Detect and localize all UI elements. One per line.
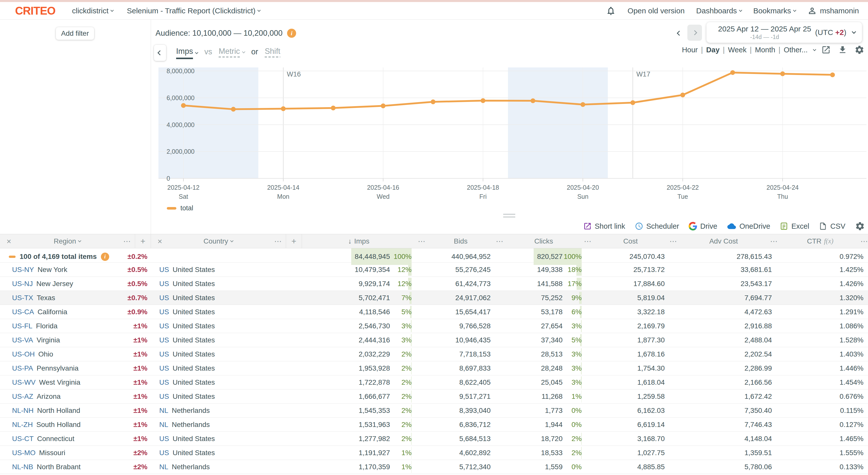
open-in-new-icon[interactable] (821, 45, 831, 55)
region-column-sort[interactable]: Region (11, 237, 123, 245)
export-csv-button[interactable]: CSV (819, 222, 845, 230)
notifications-bell-icon[interactable] (606, 6, 616, 16)
shift-selector[interactable]: Shift (265, 47, 280, 58)
country-code-link[interactable]: US (159, 392, 169, 401)
legend-item-total[interactable]: total (167, 204, 193, 212)
dashboards-menu[interactable]: Dashboards (696, 6, 742, 15)
collapse-chart-button[interactable] (154, 45, 166, 61)
region-column-menu-icon[interactable]: ⋯ (123, 237, 131, 246)
country-code-link[interactable]: US (159, 294, 169, 302)
download-icon[interactable] (838, 45, 847, 55)
country-code-link[interactable]: US (159, 378, 169, 386)
add-dimension-after-region-button[interactable]: + (135, 234, 151, 248)
add-filter-button[interactable]: Add filter (56, 27, 94, 40)
chart-settings-gear-icon[interactable] (855, 45, 865, 55)
open-old-version-link[interactable]: Open old version (627, 6, 685, 15)
granularity-day[interactable]: Day (706, 46, 719, 54)
table-row-us-tx[interactable]: US-TXTexas±0.7%USUnited States5,702,4717… (0, 291, 868, 305)
table-row-us-pa[interactable]: US-PAPennsylvania±1%USUnited States1,953… (0, 361, 868, 375)
country-column-menu-icon[interactable]: ⋯ (274, 237, 282, 246)
table-settings-gear-icon[interactable] (855, 221, 865, 231)
table-row-us-ny[interactable]: US-NYNew York±0.5%USUnited States10,479,… (0, 263, 868, 277)
country-code-link[interactable]: US (159, 266, 169, 274)
adv-cost-column-sort[interactable]: Adv Cost (679, 237, 768, 245)
granularity-other[interactable]: Other... (784, 46, 808, 54)
country-code-link[interactable]: US (159, 336, 169, 344)
region-code-link[interactable]: US-CA (12, 308, 34, 316)
region-code-link[interactable]: US-AZ (12, 392, 33, 401)
user-menu[interactable]: mshamonin (807, 6, 859, 15)
region-code-link[interactable]: US-OH (12, 350, 35, 358)
remove-region-column-icon[interactable]: × (6, 237, 11, 245)
date-next-button[interactable] (687, 25, 702, 41)
region-code-link[interactable]: US-FL (12, 322, 32, 330)
table-row-us-oh[interactable]: US-OHOhio±1%USUnited States2,032,2292%7,… (0, 347, 868, 361)
region-code-link[interactable]: US-NJ (12, 280, 33, 288)
bids-column-menu-icon[interactable]: ⋯ (494, 237, 506, 246)
export-excel-button[interactable]: Excel (780, 222, 809, 230)
compare-metric-dropdown[interactable]: Metric (219, 47, 245, 58)
country-cell: USUnited States (151, 319, 302, 333)
total-info-icon[interactable] (101, 253, 109, 261)
export-drive-button[interactable]: Drive (689, 222, 717, 230)
table-row-us-nj[interactable]: US-NJNew Jersey±0.5%USUnited States9,929… (0, 277, 868, 291)
export-onedrive-button[interactable]: OneDrive (727, 222, 770, 230)
table-row-us-wv[interactable]: US-WVWest Virginia±1%USUnited States1,72… (0, 375, 868, 389)
ctr-column-sort[interactable]: CTR f(x) (780, 237, 861, 245)
imps-column-sort[interactable]: ↓ Imps (302, 237, 415, 245)
bids-column-sort[interactable]: Bids (428, 237, 494, 245)
region-code-link[interactable]: US-MO (12, 449, 35, 457)
country-column-sort[interactable]: Country (162, 237, 274, 245)
region-code-link[interactable]: NL-NH (12, 407, 34, 415)
metric-dropdown-imps[interactable]: Imps (176, 47, 198, 59)
country-code-link[interactable]: US (159, 322, 169, 330)
region-code-link[interactable]: US-TX (12, 294, 33, 302)
add-dimension-after-country-button[interactable]: + (286, 234, 302, 248)
granularity-week[interactable]: Week (728, 46, 747, 54)
export-short-link-button[interactable]: Short link (583, 222, 625, 230)
table-row-nl-nh[interactable]: NL-NHNorth Holland±1%NLNetherlands1,545,… (0, 404, 868, 418)
country-code-link[interactable]: US (159, 449, 169, 457)
region-code-link[interactable]: NL-ZH (12, 421, 33, 429)
account-selector[interactable]: clickdistrict (72, 6, 113, 15)
export-scheduler-button[interactable]: Scheduler (635, 222, 679, 230)
granularity-month[interactable]: Month (755, 46, 775, 54)
audience-info-icon[interactable] (287, 29, 296, 38)
granularity-hour[interactable]: Hour (682, 46, 698, 54)
table-row-us-va[interactable]: US-VAVirginia±1%USUnited States2,444,316… (0, 333, 868, 347)
country-code-link[interactable]: NL (159, 407, 168, 415)
table-row-us-fl[interactable]: US-FLFlorida±1%USUnited States2,546,7303… (0, 319, 868, 333)
clicks-column-sort[interactable]: Clicks (506, 237, 582, 245)
country-code-link[interactable]: US (159, 350, 169, 358)
table-row-nl-zh[interactable]: NL-ZHSouth Holland±1%NLNetherlands1,531,… (0, 418, 868, 432)
chart-resize-handle[interactable] (503, 214, 515, 219)
table-row-us-ct[interactable]: US-CTConnecticut±1%USUnited States1,277,… (0, 432, 868, 446)
date-prev-button[interactable] (674, 26, 685, 40)
table-row-us-az[interactable]: US-AZArizona±1%USUnited States1,666,6772… (0, 389, 868, 404)
date-range-selector[interactable]: 2025 Apr 12 — 2025 Apr 25 -14d — -1d (UT… (707, 22, 862, 43)
region-code-link[interactable]: NL-NB (12, 463, 33, 471)
table-row-us-mo[interactable]: US-MOMissouri±2%USUnited States1,191,927… (0, 446, 868, 460)
region-code-link[interactable]: US-CT (12, 435, 34, 443)
country-code-link[interactable]: NL (159, 421, 168, 429)
table-row-nl-nb[interactable]: NL-NBNorth Brabant±2%NLNetherlands1,170,… (0, 460, 868, 474)
ctr-column-menu-icon[interactable]: ⋯ (861, 237, 868, 246)
adv-cost-column-menu-icon[interactable]: ⋯ (768, 237, 780, 246)
bookmarks-menu[interactable]: Bookmarks (753, 6, 796, 15)
region-code-link[interactable]: US-NY (12, 266, 34, 274)
country-code-link[interactable]: US (159, 435, 169, 443)
region-code-link[interactable]: US-VA (12, 336, 33, 344)
table-row-us-ca[interactable]: US-CACalifornia±0.9%USUnited States4,118… (0, 305, 868, 319)
remove-country-column-icon[interactable]: × (157, 237, 162, 245)
imps-column-menu-icon[interactable]: ⋯ (415, 237, 428, 246)
country-code-link[interactable]: US (159, 364, 169, 372)
region-code-link[interactable]: US-PA (12, 364, 33, 372)
report-selector[interactable]: Selenium - Traffic Report (Clickdistrict… (127, 6, 260, 15)
region-code-link[interactable]: US-WV (12, 378, 35, 386)
country-code-link[interactable]: US (159, 308, 169, 316)
country-code-link[interactable]: NL (159, 463, 168, 471)
clicks-column-menu-icon[interactable]: ⋯ (582, 237, 594, 246)
country-code-link[interactable]: US (159, 280, 169, 288)
cost-column-sort[interactable]: Cost (594, 237, 667, 245)
cost-column-menu-icon[interactable]: ⋯ (667, 237, 679, 246)
